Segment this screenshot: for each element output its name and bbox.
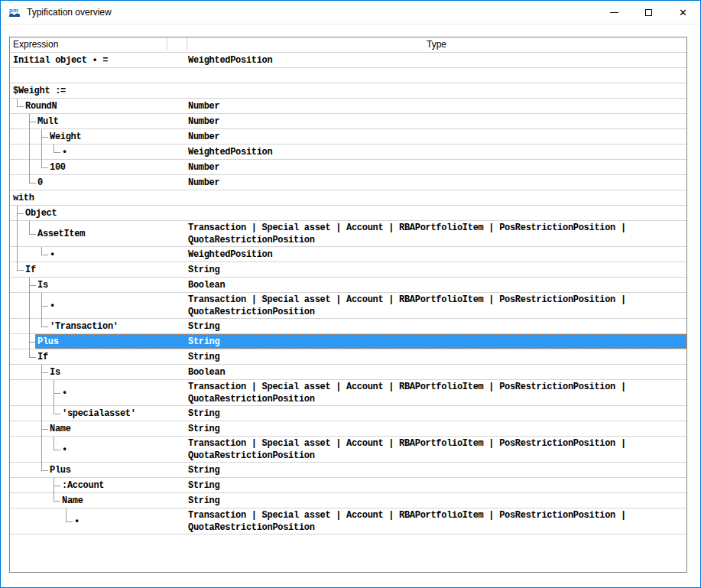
table-row[interactable]: MultNumber [10, 114, 686, 129]
table-row[interactable]: 0Number [10, 175, 686, 190]
expression-cell: Weight [50, 129, 81, 144]
type-cell: Transaction | Special asset | Account | … [188, 293, 685, 318]
tree-guide-line [29, 145, 30, 160]
table-row[interactable]: IfString [10, 262, 686, 278]
minimize-button[interactable] [597, 1, 631, 24]
type-cell: Boolean [188, 365, 685, 379]
tree-connector-line [41, 247, 42, 255]
tree-guide-line [17, 247, 18, 262]
close-button[interactable]: ✕ [666, 1, 700, 24]
column-header-type[interactable]: Type [187, 39, 686, 50]
tree-connector-tick [41, 255, 48, 255]
expression-cell: If [37, 349, 48, 364]
tree-guide-line [41, 437, 42, 463]
tree-connector-line [54, 493, 54, 501]
table-row[interactable]: IsBoolean [10, 278, 686, 293]
type-cell: Number [188, 129, 685, 144]
expression-cell: • [50, 293, 55, 318]
tree-connector-line [17, 262, 18, 270]
tree-connector-tick [29, 285, 36, 286]
tree-guide-line [41, 145, 42, 160]
tree-connector-tick [54, 450, 60, 450]
table-row[interactable]: RoundNNumber [10, 99, 686, 114]
column-header-expression[interactable]: Expression [13, 39, 58, 50]
table-row[interactable]: PlusString [10, 334, 686, 349]
type-cell: String [188, 421, 685, 436]
table-row[interactable]: with [10, 190, 686, 206]
expression-cell: 'Transaction' [50, 319, 118, 333]
tree-guide-line [17, 221, 18, 247]
type-cell: String [188, 493, 685, 508]
expression-cell: • [50, 247, 55, 262]
table-row[interactable]: IsBoolean [10, 365, 686, 380]
expression-cell: Plus [50, 463, 71, 477]
table-row[interactable]: 'Transaction'String [10, 319, 686, 334]
table-row[interactable]: WeightNumber [10, 129, 686, 145]
type-cell: String [188, 349, 685, 364]
table-row[interactable]: :AccountString [10, 478, 686, 493]
tree-connector-line [29, 221, 30, 234]
expression-cell: :Account [62, 478, 104, 492]
table-row[interactable]: 'specialasset'String [10, 406, 686, 421]
tree-connector-tick [29, 122, 36, 122]
expression-cell: If [25, 262, 36, 277]
maximize-button[interactable] [631, 1, 666, 24]
tree-connector-tick [41, 137, 48, 138]
app-logo-icon: pm [8, 6, 21, 18]
tree-connector-tick [29, 357, 36, 358]
type-cell: WeightedPosition [188, 53, 685, 67]
tree-guide-line [29, 319, 30, 334]
tree-connector-line [41, 160, 42, 167]
table-row[interactable]: NameString [10, 421, 686, 437]
svg-text:pm: pm [9, 7, 18, 14]
tree-connector-tick [54, 393, 60, 394]
expression-cell: 0 [37, 175, 43, 190]
title-bar: pm Typification overview ✕ [1, 1, 700, 24]
type-cell [188, 190, 685, 205]
expression-cell: Plus [37, 334, 59, 349]
type-cell [188, 83, 685, 98]
tree-connector-line [41, 319, 42, 326]
tree-guide-line [29, 293, 30, 319]
close-icon: ✕ [679, 8, 687, 18]
table-row[interactable]: •WeightedPosition [10, 145, 686, 160]
table-row[interactable]: 100Number [10, 160, 686, 175]
tree-connector-line [29, 349, 30, 357]
table-row[interactable]: •Transaction | Special asset | Account |… [10, 437, 686, 463]
table-row[interactable]: AssetItemTransaction | Special asset | A… [10, 221, 686, 247]
minimize-icon [610, 12, 618, 13]
table-row[interactable]: PlusString [10, 463, 686, 478]
type-cell: Transaction | Special asset | Account | … [188, 508, 685, 534]
table-row[interactable]: NameString [10, 493, 686, 508]
tree-connector-line [41, 463, 42, 470]
type-cell: String [188, 463, 685, 477]
expression-cell: $Weight := [13, 83, 66, 98]
table-row[interactable]: •Transaction | Special asset | Account |… [10, 508, 686, 534]
tree-connector-tick [17, 213, 24, 214]
table-row[interactable]: •WeightedPosition [10, 247, 686, 262]
type-cell: String [188, 262, 685, 277]
tree-connector-line [17, 99, 18, 106]
tree-connector-tick [29, 234, 36, 235]
type-cell: WeightedPosition [188, 145, 685, 159]
table-row[interactable]: $Weight := [10, 83, 686, 99]
type-cell: Transaction | Special asset | Account | … [188, 221, 685, 246]
tree-connector-tick [17, 106, 24, 107]
table-row[interactable]: •Transaction | Special asset | Account |… [10, 293, 686, 319]
tree-connector-tick [41, 167, 48, 168]
table-row[interactable]: Initial object • =WeightedPosition [10, 53, 686, 68]
table-row[interactable]: Object [10, 206, 686, 221]
dialog-client-area: Expression Type Initial object • =Weight… [1, 24, 700, 587]
table-row[interactable]: •Transaction | Special asset | Account |… [10, 380, 686, 406]
tree-connector-tick [54, 486, 60, 486]
column-separator[interactable] [167, 38, 167, 50]
tree-connector-tick [41, 326, 48, 327]
type-cell: Number [188, 160, 685, 174]
table-row[interactable]: IfString [10, 349, 686, 365]
maximize-icon [645, 9, 652, 16]
type-cell: String [188, 478, 685, 492]
tree-connector-tick [54, 152, 60, 153]
expression-cell: with [13, 190, 34, 205]
tree-guide-line [41, 380, 42, 406]
type-cell: Transaction | Special asset | Account | … [188, 437, 685, 462]
